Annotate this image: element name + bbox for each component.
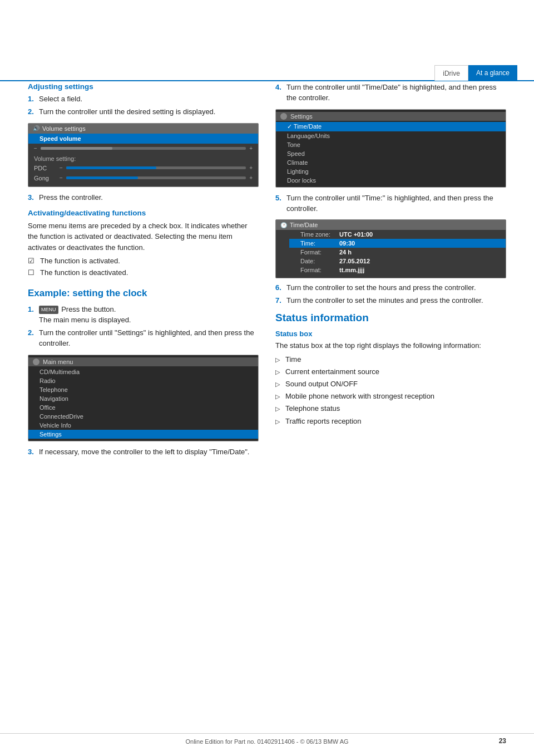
status-item-telephone: ▷ Telephone status — [275, 404, 506, 414]
status-item-traffic: ▷ Traffic reports reception — [275, 416, 506, 426]
step-text-3: Press the controller. — [39, 193, 259, 203]
arrow-icon-3: ▷ — [275, 380, 282, 389]
step3-list: 3. Press the controller. — [28, 193, 259, 203]
example-step-2: 2. Turn the controller until "Settings" … — [28, 328, 259, 349]
menu-item-vehicleinfo: Vehicle Info — [28, 421, 258, 430]
step4-list: 4. Turn the controller until "Time/Date"… — [275, 82, 506, 104]
activating-heading: Activating/deactivating functions — [28, 209, 259, 217]
step-num-3: 3. — [28, 193, 36, 203]
settings-screen-title-bar: Settings — [276, 112, 506, 121]
step-text-7: Turn the controller to set the minutes a… — [286, 296, 506, 306]
arrow-icon-2: ▷ — [275, 368, 282, 376]
step3-example-list: 3. If necessary, move the controller to … — [28, 447, 259, 458]
td-row-date: Date: 27.05.2012 — [289, 257, 506, 266]
left-column: Adjusting settings 1. Select a field. 2.… — [28, 82, 259, 463]
td-row-format1: Format: 24 h — [289, 248, 506, 257]
settings-screen-title: Settings — [290, 113, 313, 120]
step-num-6: 6. — [275, 283, 283, 293]
adjust-steps-list: 1. Select a field. 2. Turn the controlle… — [28, 94, 259, 117]
ex-step-num-1: 1. — [28, 305, 36, 326]
page-number: 23 — [499, 737, 506, 745]
status-box-heading: Status box — [275, 330, 506, 338]
check-activated: ☑ The function is activated. — [28, 256, 259, 266]
activated-label: The function is activated. — [40, 256, 120, 266]
status-information-heading: Status information — [275, 312, 506, 324]
tab-idrive-label: iDrive — [443, 70, 460, 77]
settings-screen: Settings ✓ Time/Date Language/Units Tone… — [275, 109, 506, 188]
pdc-row: PDC − + — [28, 163, 258, 173]
menu-item-connecteddrive: ConnectedDrive — [28, 412, 258, 421]
status-item-sound: ▷ Sound output ON/OFF — [275, 379, 506, 389]
step-text-1: Select a field. — [39, 94, 259, 105]
screen-icon — [33, 359, 39, 365]
step-text-5: Turn the controller until "Time:" is hig… — [286, 193, 506, 214]
tab-idrive[interactable]: iDrive — [434, 65, 468, 81]
settings-item-language: Language/Units — [276, 131, 506, 140]
status-item-mobile: ▷ Mobile phone network with strongest re… — [275, 391, 506, 401]
step-6: 6. Turn the controller to set the hours … — [275, 283, 506, 293]
step-num-4: 4. — [275, 82, 283, 104]
td-row-format2: Format: tt.mm.jjjj — [289, 266, 506, 274]
step5-list: 5. Turn the controller until "Time:" is … — [275, 193, 506, 214]
main-content: Adjusting settings 1. Select a field. 2.… — [28, 82, 506, 711]
status-items-list: ▷ Time ▷ Current entertainment source ▷ … — [275, 355, 506, 426]
right-column: 4. Turn the controller until "Time/Date"… — [275, 82, 506, 463]
example-heading: Example: setting the clock — [28, 288, 259, 299]
step-4: 4. Turn the controller until "Time/Date"… — [275, 82, 506, 104]
settings-item-tone: Tone — [276, 140, 506, 149]
square-icon: ☐ — [28, 268, 37, 278]
status-box-text: The status box at the top right displays… — [275, 340, 506, 351]
step-text-6: Turn the controller to set the hours and… — [286, 283, 506, 293]
ex-step-num-3: 3. — [28, 447, 36, 458]
step-num-1: 1. — [28, 94, 36, 105]
steps-6-7-list: 6. Turn the controller to set the hours … — [275, 283, 506, 306]
settings-item-climate: Climate — [276, 158, 506, 167]
tab-ataglance-label: At a glance — [476, 69, 510, 77]
footer: Online Edition for Part no. 01402911406 … — [0, 733, 534, 745]
arrow-icon-4: ▷ — [275, 392, 282, 401]
step-text-4: Turn the controller until "Time/Date" is… — [286, 82, 506, 104]
settings-screen-icon — [280, 113, 287, 120]
ex-step-text-3: If necessary, move the controller to the… — [39, 447, 259, 458]
checkmark-icon: ☑ — [28, 256, 37, 266]
status-item-entertainment: ▷ Current entertainment source — [275, 367, 506, 377]
settings-item-speed: Speed — [276, 149, 506, 158]
step-5: 5. Turn the controller until "Time:" is … — [275, 193, 506, 214]
menu-item-office: Office — [28, 403, 258, 412]
step-num-2: 2. — [28, 107, 36, 117]
step-7: 7. Turn the controller to set the minute… — [275, 296, 506, 306]
ex-step-num-2: 2. — [28, 328, 36, 349]
speed-volume-row: Speed volume — [28, 134, 258, 144]
td-row-time: Time: 09:30 — [289, 239, 506, 248]
arrow-icon-5: ▷ — [275, 405, 282, 413]
volume-screen-title: 🔊 Volume settings — [28, 124, 258, 134]
menu-item-settings: Settings — [28, 430, 258, 439]
arrow-icon-1: ▷ — [275, 356, 282, 364]
ex-step-text-1: MENU Press the button. The main menu is … — [39, 305, 259, 326]
adjusting-settings-heading: Adjusting settings — [28, 82, 259, 91]
footer-text: Online Edition for Part no. 01402911406 … — [185, 738, 348, 745]
step-1: 1. Select a field. — [28, 94, 259, 105]
volume-settings-screen: 🔊 Volume settings Speed volume − + Volum… — [28, 123, 259, 187]
gong-row: Gong − + — [28, 173, 258, 183]
settings-item-timedate: ✓ Time/Date — [276, 122, 506, 131]
example-step-1: 1. MENU Press the button. The main menu … — [28, 305, 259, 326]
activating-text: Some menu items are preceded by a check … — [28, 220, 259, 253]
main-menu-screen: Main menu CD/Multimedia Radio Telephone … — [28, 355, 259, 441]
status-item-time: ▷ Time — [275, 355, 506, 365]
step-text-2: Turn the controller until the desired se… — [39, 107, 259, 117]
menu-item-navigation: Navigation — [28, 394, 258, 403]
td-row-timezone: Time zone: UTC +01:00 — [289, 230, 506, 239]
example-steps-list: 1. MENU Press the button. The main menu … — [28, 305, 259, 348]
tab-ataglance[interactable]: At a glance — [468, 65, 517, 81]
menu-item-cdmultimedia: CD/Multimedia — [28, 367, 258, 376]
menu-item-telephone: Telephone — [28, 385, 258, 394]
header-bar: iDrive At a glance — [0, 66, 534, 81]
ex-step-text-2: Turn the controller until "Settings" is … — [39, 328, 259, 349]
timedate-screen: 🕐 Time/Date Time zone: UTC +01:00 Time: … — [275, 219, 506, 278]
check-deactivated: ☐ The function is deactivated. — [28, 268, 259, 278]
step-num-5: 5. — [275, 193, 283, 214]
example-step-3: 3. If necessary, move the controller to … — [28, 447, 259, 458]
slider-row-speed: − + — [28, 144, 258, 153]
timedate-screen-title: 🕐 Time/Date — [276, 220, 506, 230]
